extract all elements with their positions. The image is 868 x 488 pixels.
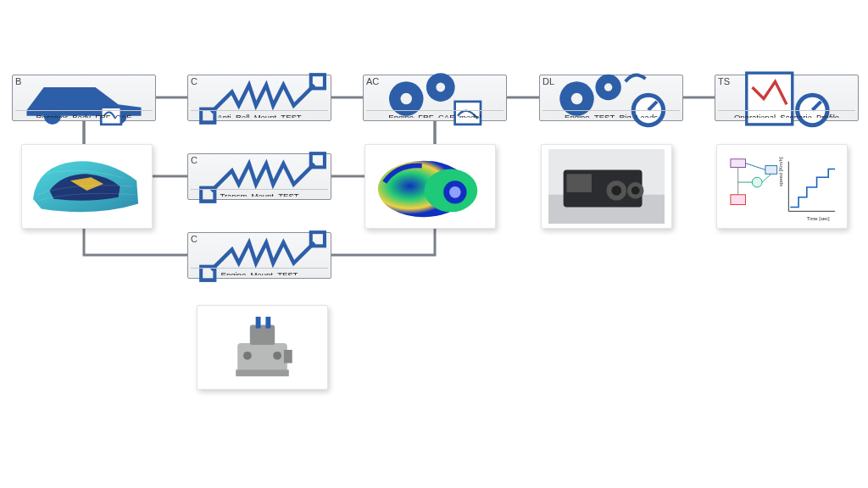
spring-icon bbox=[191, 86, 328, 110]
gears-icon bbox=[366, 86, 504, 110]
svg-rect-57 bbox=[250, 325, 275, 345]
svg-point-60 bbox=[243, 352, 252, 360]
node-engmnt[interactable]: C Engine_Mount_TEST bbox=[187, 232, 331, 279]
svg-rect-56 bbox=[236, 369, 289, 376]
node-opscen[interactable]: TS Operational_Scenario_Profile bbox=[715, 75, 859, 121]
car-icon bbox=[15, 86, 153, 110]
svg-rect-58 bbox=[256, 317, 261, 329]
svg-rect-42 bbox=[731, 159, 746, 168]
node-label: Anti_Roll_Mount_TEST bbox=[191, 110, 328, 118]
svg-point-16 bbox=[436, 82, 445, 92]
svg-point-32 bbox=[449, 186, 461, 198]
node-label: Engine_TEST_Rig_Loads bbox=[542, 110, 680, 118]
node-label: Transm_Mount_TEST bbox=[191, 189, 328, 197]
node-label: Receiver_Body_FRF_CAE bbox=[15, 110, 153, 118]
svg-point-21 bbox=[604, 83, 612, 91]
thumb-photo-rig bbox=[541, 144, 672, 229]
node-antiroll[interactable]: C Anti_Roll_Mount_TEST bbox=[187, 75, 331, 121]
svg-rect-62 bbox=[284, 350, 292, 363]
svg-text:Time [sec]: Time [sec] bbox=[807, 216, 830, 221]
svg-rect-59 bbox=[265, 317, 270, 329]
spring-icon bbox=[191, 165, 328, 189]
thumb-scenario-chart: Time [sec] speed [Km/h] bbox=[716, 144, 848, 229]
node-receiver[interactable]: B Receiver_Body_FRF_CAE bbox=[12, 75, 156, 121]
svg-point-44 bbox=[752, 177, 762, 187]
svg-point-37 bbox=[611, 186, 621, 196]
svg-text:speed [Km/h]: speed [Km/h] bbox=[778, 157, 783, 186]
node-label: Operational_Scenario_Profile bbox=[718, 110, 855, 118]
spring-icon bbox=[191, 244, 328, 268]
svg-point-19 bbox=[571, 92, 583, 104]
svg-point-39 bbox=[632, 186, 640, 195]
thumb-car-scan bbox=[21, 144, 153, 229]
svg-point-61 bbox=[273, 352, 281, 360]
thumb-photo-mount bbox=[197, 305, 328, 390]
svg-rect-45 bbox=[765, 166, 777, 175]
svg-rect-43 bbox=[731, 195, 746, 205]
node-engfrf[interactable]: AC Engine_FRF_CAE_model bbox=[363, 75, 507, 121]
node-label: Engine_Mount_TEST bbox=[191, 268, 328, 275]
thumb-fea bbox=[364, 144, 496, 229]
svg-rect-40 bbox=[567, 174, 592, 192]
svg-point-14 bbox=[401, 92, 413, 104]
node-rigloads[interactable]: DL Engine_TEST_Rig_Loads bbox=[539, 75, 683, 121]
gears-gauge-icon bbox=[542, 86, 680, 110]
node-transm[interactable]: C Transm_Mount_TEST bbox=[187, 153, 331, 200]
node-label: Engine_FRF_CAE_model bbox=[366, 110, 504, 118]
document-gauge-icon bbox=[718, 86, 855, 110]
